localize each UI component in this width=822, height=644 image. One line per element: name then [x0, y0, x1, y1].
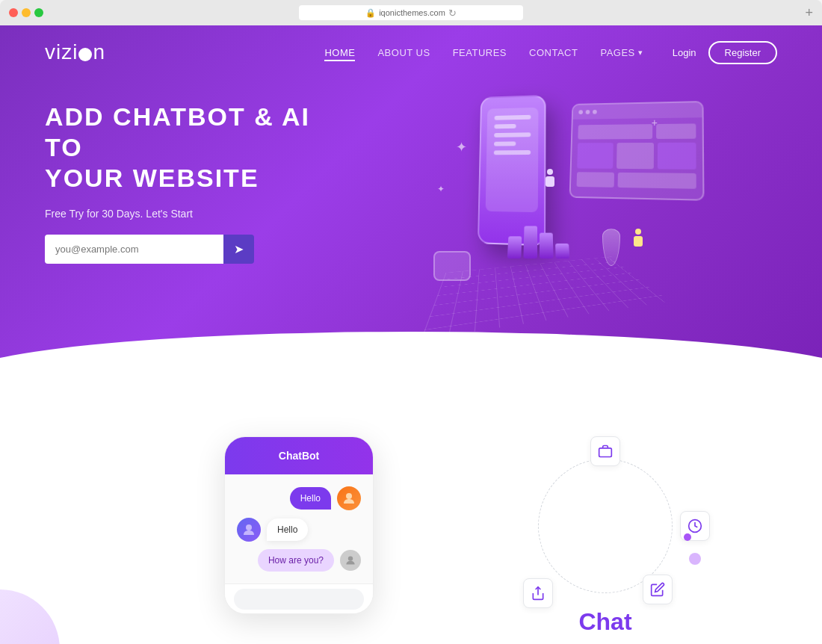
figure-1 — [546, 169, 554, 187]
svg-point-0 — [346, 493, 352, 499]
nav-item-home[interactable]: HOME — [324, 46, 355, 59]
monitor-row-3 — [577, 172, 696, 189]
bubble-hello: Hello — [290, 487, 331, 510]
website-content: vizin HOME ABOUT US FEATURES CONTACT PAG… — [0, 25, 822, 644]
chatbot-phone-wrapper: ChatBot Hello — [224, 436, 374, 614]
hero-text: ADD CHATBOT & AI TO YOUR WEBSITE Free Tr… — [45, 102, 344, 264]
connector-dot-1 — [684, 533, 691, 541]
phone-mockup-hero — [478, 95, 546, 247]
monitor-row-2 — [577, 143, 696, 170]
deco-star-2: ✦ — [437, 184, 445, 194]
figure-2-head — [635, 229, 641, 235]
monitor-mockup-hero — [569, 101, 705, 201]
chat-text-area: Chat It is a long established fact that … — [531, 608, 680, 644]
phone-line-5 — [494, 150, 531, 155]
lock-icon: 🔒 — [365, 8, 376, 18]
nav-item-pages[interactable]: PAGES ▾ — [600, 46, 642, 59]
phone-line-4 — [494, 141, 516, 146]
email-form: ➤ — [45, 235, 254, 264]
svg-rect-3 — [599, 448, 612, 457]
nav-link-home[interactable]: HOME — [324, 47, 355, 61]
connector-dot-2 — [689, 553, 701, 565]
fullscreen-button-dot[interactable] — [34, 8, 43, 17]
nav-item-features[interactable]: FEATURES — [453, 46, 507, 59]
nav-links: HOME ABOUT US FEATURES CONTACT PAGES ▾ — [324, 46, 642, 59]
chevron-down-icon: ▾ — [638, 48, 643, 58]
hero-subtitle: Free Try for 30 Days. Let's Start — [45, 208, 344, 220]
chatbot-phone: ChatBot Hello — [224, 436, 374, 614]
message-bot-hello: Hello — [237, 486, 361, 510]
figure-2-body — [634, 236, 643, 247]
logo-brain-icon — [78, 48, 92, 61]
figure-2 — [634, 229, 643, 247]
browser-chrome: 🔒 iqonicthemes.com ↻ + — [0, 0, 822, 25]
briefcase-icon-circle — [590, 436, 620, 466]
nav-link-contact[interactable]: CONTACT — [529, 47, 578, 58]
block-3 — [540, 233, 554, 258]
edit-icon-circle — [643, 575, 673, 604]
message-how-are-you: How are you? — [237, 549, 361, 572]
monitor-block-3 — [577, 143, 614, 169]
login-button[interactable]: Login — [673, 47, 696, 58]
hero-title-line2: YOUR WEBSITE — [45, 164, 259, 192]
browser-traffic-lights — [9, 8, 43, 17]
chatbot-title: ChatBot — [279, 450, 319, 462]
chatbot-header: ChatBot — [225, 437, 373, 474]
block-2 — [523, 226, 537, 258]
figure-1-head — [547, 169, 553, 175]
deco-star-1: ✦ — [456, 139, 467, 155]
deco-star-3: + — [652, 117, 658, 129]
nav-item-contact[interactable]: CONTACT — [529, 46, 578, 59]
chatbot-section: ChatBot Hello — [45, 436, 777, 644]
avatar-user — [237, 518, 261, 542]
block-1 — [507, 236, 522, 258]
add-tab-button[interactable]: + — [805, 5, 813, 21]
address-bar[interactable]: 🔒 iqonicthemes.com ↻ — [299, 5, 523, 20]
blocks-group — [507, 226, 569, 258]
close-button-dot[interactable] — [9, 8, 18, 17]
phone-line-1 — [495, 115, 531, 120]
chat-heading: Chat — [531, 608, 680, 636]
monitor-block-2 — [656, 123, 696, 139]
nav-link-features[interactable]: FEATURES — [453, 47, 507, 58]
bubble-user-hello: Hello — [267, 518, 308, 541]
white-section: ChatBot Hello — [0, 377, 822, 644]
monitor-content — [571, 117, 703, 195]
circle-diagram — [516, 451, 695, 601]
register-button[interactable]: Register — [708, 41, 777, 64]
monitor-dot-1 — [578, 110, 583, 114]
circle-ring — [538, 459, 673, 593]
monitor-block-6 — [577, 172, 614, 188]
block-4 — [555, 244, 569, 258]
hero-illustration: ✦ ✦ + — [344, 102, 777, 341]
minimize-button-dot[interactable] — [22, 8, 31, 17]
hero-title: ADD CHATBOT & AI TO YOUR WEBSITE — [45, 102, 344, 193]
svg-point-1 — [246, 524, 252, 530]
monitor-block-1 — [578, 124, 652, 139]
nav-item-about[interactable]: ABOUT US — [377, 46, 430, 59]
send-button[interactable]: ➤ — [223, 235, 254, 264]
nav-link-pages[interactable]: PAGES — [600, 47, 634, 58]
avatar-bot — [337, 486, 361, 510]
logo-text-end: n — [93, 40, 105, 64]
chatbot-input-placeholder[interactable] — [234, 589, 364, 610]
nav-auth: Login Register — [673, 41, 777, 64]
phone-screen — [486, 108, 539, 212]
share-icon-circle — [523, 578, 553, 608]
monitor-header — [573, 102, 702, 120]
url-text: iqonicthemes.com — [379, 8, 445, 17]
hero-content: ADD CHATBOT & AI TO YOUR WEBSITE Free Tr… — [0, 79, 822, 341]
monitor-row-1 — [578, 123, 696, 139]
navbar: vizin HOME ABOUT US FEATURES CONTACT PAG… — [0, 25, 822, 79]
avatar-other — [340, 550, 361, 571]
reload-icon: ↻ — [448, 7, 457, 19]
phone-line-2 — [494, 124, 516, 129]
monitor-block-5 — [658, 143, 696, 170]
iso-scene: ✦ ✦ + — [418, 94, 702, 333]
monitor-block-7 — [617, 173, 696, 189]
chat-feature: Chat It is a long established fact that … — [433, 436, 777, 644]
logo[interactable]: vizin — [45, 40, 105, 64]
nav-link-about[interactable]: ABOUT US — [377, 47, 430, 58]
email-input[interactable] — [45, 235, 223, 264]
monitor-block-4 — [616, 143, 654, 169]
